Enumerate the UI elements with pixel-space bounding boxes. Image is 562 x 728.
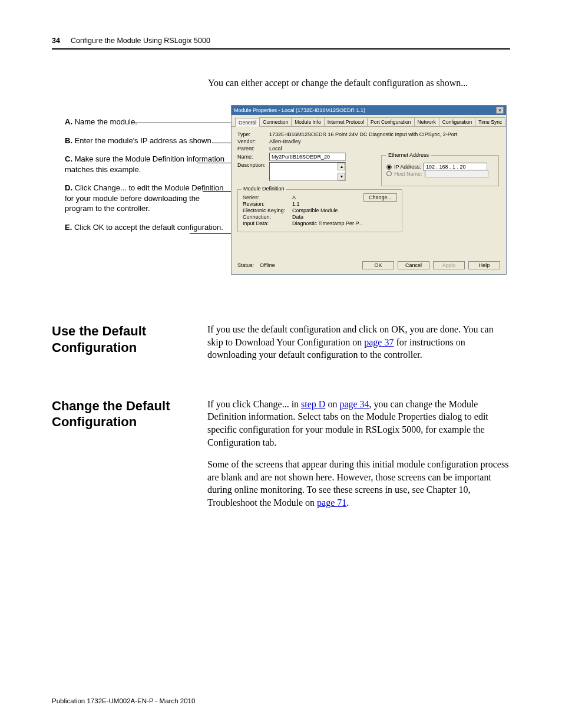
tab-network[interactable]: Network xyxy=(414,117,439,126)
hostname-radio-row[interactable]: Host Name: xyxy=(386,170,494,177)
module-definition-group: Module Definition Change... Series:A Rev… xyxy=(237,189,402,232)
help-button[interactable]: Help xyxy=(468,261,500,269)
name-label: Name: xyxy=(237,154,269,160)
dialog-body: Type:1732E-IB16M12SOEDR 16 Point 24V DC … xyxy=(232,127,506,245)
figure-area: A. Name the module. B. Enter the module'… xyxy=(52,105,510,299)
revision-value: 1.1 xyxy=(292,201,300,207)
running-header: 34 Configure the Module Using RSLogix 50… xyxy=(52,37,510,50)
page-number: 34 xyxy=(52,37,60,45)
section-use-default: Use the Default Configuration If you use… xyxy=(52,323,510,371)
tab-internet-protocol[interactable]: Internet Protocol xyxy=(324,117,368,126)
series-label: Series: xyxy=(243,195,292,200)
link-page-37[interactable]: page 37 xyxy=(364,337,394,347)
type-value: 1732E-IB16M12SOEDR 16 Point 24V DC Diagn… xyxy=(269,131,457,137)
scroll-up-icon[interactable]: ▴ xyxy=(338,163,345,170)
type-label: Type: xyxy=(237,131,269,137)
change-button[interactable]: Change... xyxy=(363,193,397,202)
module-definition-label: Module Definition xyxy=(242,186,286,192)
name-input[interactable] xyxy=(269,153,346,161)
description-textarea[interactable]: ▴ ▾ xyxy=(269,162,346,181)
radio-icon[interactable] xyxy=(386,164,392,170)
ethernet-group-label: Ethernet Address xyxy=(386,152,431,158)
connection-label: Connection: xyxy=(243,214,292,220)
status-text: Status: Offline xyxy=(237,262,359,268)
tab-time-sync[interactable]: Time Sync xyxy=(475,117,505,126)
close-icon[interactable]: × xyxy=(496,107,504,114)
section-heading: Change the Default Configuration xyxy=(52,398,193,430)
connection-value: Data xyxy=(292,214,303,220)
intro-text: You can either accept or change the defa… xyxy=(208,78,510,88)
inputdata-value: Diagnostic Timestamp Per P... xyxy=(292,220,363,226)
publication-footer: Publication 1732E-UM002A-EN-P - March 20… xyxy=(52,697,195,704)
keying-label: Electronic Keying: xyxy=(243,207,292,213)
leader-line xyxy=(134,123,246,123)
keying-value: Compatible Module xyxy=(292,207,338,213)
tab-module-info[interactable]: Module Info xyxy=(291,117,324,126)
section-body: If you click Change... in step D on page… xyxy=(207,398,510,519)
callout-a: A. Name the module. xyxy=(65,117,230,127)
section-change-default: Change the Default Configuration If you … xyxy=(52,398,510,519)
dialog-titlebar[interactable]: Module Properties - Local (1732E-IB16M12… xyxy=(232,106,506,115)
parent-label: Parent: xyxy=(237,146,269,151)
cancel-button[interactable]: Cancel xyxy=(398,261,429,269)
radio-icon[interactable] xyxy=(386,171,392,176)
tab-configuration[interactable]: Configuration xyxy=(439,117,476,126)
revision-label: Revision: xyxy=(243,201,292,207)
link-page-71[interactable]: page 71 xyxy=(317,498,346,508)
vendor-value: Allen-Bradley xyxy=(269,139,301,144)
dialog-title-text: Module Properties - Local (1732E-IB16M12… xyxy=(234,106,365,115)
description-label: Description: xyxy=(237,162,269,168)
callout-b: B. Enter the module's IP address as show… xyxy=(65,136,230,146)
hostname-label: Host Name: xyxy=(394,171,422,177)
callout-list: A. Name the module. B. Enter the module'… xyxy=(65,117,230,241)
module-properties-dialog: Module Properties - Local (1732E-IB16M12… xyxy=(231,105,507,275)
chapter-title: Configure the Module Using RSLogix 5000 xyxy=(71,37,210,45)
apply-button: Apply xyxy=(433,261,465,269)
dialog-footer: Status: Offline OK Cancel Apply Help xyxy=(237,261,500,269)
tab-connection[interactable]: Connection xyxy=(259,117,292,126)
link-step-d[interactable]: step D xyxy=(301,399,325,409)
ip-address-label: IP Address: xyxy=(394,164,421,170)
inputdata-label: Input Data: xyxy=(243,220,292,226)
tab-port-configuration[interactable]: Port Configuration xyxy=(367,117,415,126)
link-page-34[interactable]: page 34 xyxy=(339,399,369,409)
dialog-tabs: General Connection Module Info Internet … xyxy=(232,115,506,127)
series-value: A xyxy=(292,195,296,200)
ethernet-address-group: Ethernet Address IP Address: 192 . 168 .… xyxy=(381,155,499,186)
scroll-down-icon[interactable]: ▾ xyxy=(338,173,345,180)
section-heading: Use the Default Configuration xyxy=(52,323,193,355)
hostname-input xyxy=(425,170,488,177)
tab-general[interactable]: General xyxy=(235,118,260,127)
section-body: If you use the default configuration and… xyxy=(207,323,510,371)
vendor-label: Vendor: xyxy=(237,139,269,144)
ok-button[interactable]: OK xyxy=(362,261,394,269)
parent-value: Local xyxy=(269,146,282,151)
callout-c: C. Make sure the Module Definition infor… xyxy=(65,154,230,174)
callout-d: D. Click Change... to edit the Module De… xyxy=(65,183,230,214)
callout-e: E. Click OK to accept the default config… xyxy=(65,222,230,233)
